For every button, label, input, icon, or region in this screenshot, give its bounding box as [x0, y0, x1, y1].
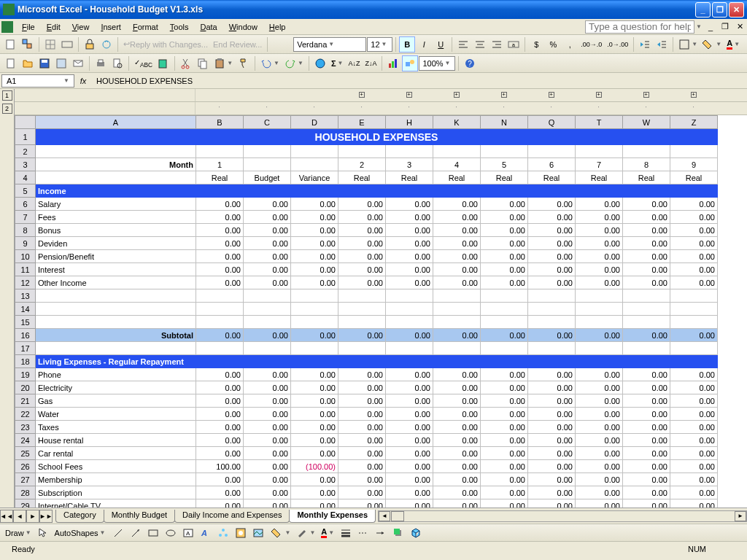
value-cell[interactable]: 0.00 — [623, 473, 670, 486]
name-box[interactable]: A1▼ — [1, 74, 74, 88]
email-button[interactable] — [70, 55, 86, 71]
value-cell[interactable]: 0.00 — [196, 263, 244, 276]
value-cell[interactable]: 0.00 — [576, 421, 623, 434]
value-cell[interactable]: 0.00 — [433, 381, 481, 394]
value-cell[interactable]: 0.00 — [576, 263, 623, 276]
value-cell[interactable]: 0.00 — [338, 408, 386, 421]
reply-changes-button[interactable]: ↩ Reply with Changes... — [121, 36, 210, 52]
value-cell[interactable]: 0.00 — [481, 211, 528, 224]
font-color-draw[interactable]: A▼ — [319, 525, 336, 541]
fill-color-draw[interactable]: ▼ — [269, 525, 293, 541]
cell[interactable] — [386, 342, 433, 355]
value-cell[interactable]: 0.00 — [244, 499, 291, 508]
cell[interactable] — [196, 316, 244, 329]
value-cell[interactable]: 0.00 — [576, 381, 623, 394]
cell[interactable] — [338, 342, 386, 355]
updates-button[interactable] — [98, 36, 115, 52]
item-label[interactable]: Car rental — [36, 447, 196, 460]
merge-center-button[interactable]: a — [506, 36, 522, 52]
value-cell[interactable]: 0.00 — [623, 224, 670, 237]
outline-level-1[interactable]: 1 — [2, 90, 12, 101]
item-label[interactable]: Taxes — [36, 421, 196, 434]
value-cell[interactable]: 0.00 — [433, 447, 481, 460]
value-cell[interactable]: 0.00 — [291, 263, 338, 276]
value-cell[interactable]: 0.00 — [528, 237, 576, 250]
sort-desc-button[interactable]: Z↓A — [363, 55, 379, 71]
value-cell[interactable]: 0.00 — [196, 381, 244, 394]
item-label[interactable]: Fees — [36, 211, 196, 224]
outline-expand-col[interactable]: + — [527, 89, 575, 101]
row-header-15[interactable]: 15 — [15, 316, 36, 329]
value-cell[interactable]: 0.00 — [244, 263, 291, 276]
value-cell[interactable]: 0.00 — [623, 250, 670, 263]
subheader-cell[interactable]: Budget — [244, 171, 291, 184]
cell[interactable] — [528, 145, 576, 158]
value-cell[interactable]: 0.00 — [670, 460, 718, 473]
value-cell[interactable]: 0.00 — [481, 499, 528, 508]
item-label[interactable]: Internet/Cable TV — [36, 499, 196, 508]
outline-expand-col[interactable]: + — [670, 89, 717, 101]
value-cell[interactable]: 0.00 — [433, 408, 481, 421]
line-color-draw[interactable]: ▼ — [294, 525, 317, 541]
currency-button[interactable]: $ — [528, 36, 544, 52]
hscroll-left-arrow[interactable]: ◄ — [379, 511, 390, 521]
dash-style-button[interactable] — [355, 525, 371, 541]
value-cell[interactable]: 0.00 — [291, 486, 338, 499]
value-cell[interactable]: 0.00 — [196, 421, 244, 434]
value-cell[interactable]: 0.00 — [528, 408, 576, 421]
value-cell[interactable]: 0.00 — [244, 198, 291, 211]
row-header-21[interactable]: 21 — [15, 394, 36, 408]
value-cell[interactable]: 0.00 — [196, 499, 244, 508]
close-button[interactable]: ✕ — [729, 2, 744, 18]
textbox-tool[interactable]: A — [180, 525, 196, 541]
value-cell[interactable]: 0.00 — [433, 263, 481, 276]
cell[interactable] — [244, 289, 291, 303]
cell[interactable] — [291, 342, 338, 355]
tab-nav-last[interactable]: ►► — [39, 510, 53, 523]
subheader-cell[interactable]: Real — [386, 171, 433, 184]
value-cell[interactable]: 0.00 — [670, 368, 718, 381]
doc-restore-button[interactable]: ❐ — [719, 21, 731, 33]
font-color-button[interactable]: A▼ — [724, 36, 742, 52]
value-cell[interactable]: 0.00 — [291, 276, 338, 289]
row-header-18[interactable]: 18 — [15, 355, 36, 368]
value-cell[interactable]: 0.00 — [670, 250, 718, 263]
value-cell[interactable]: 0.00 — [291, 499, 338, 508]
comma-button[interactable]: , — [562, 36, 578, 52]
maximize-button[interactable]: ❐ — [712, 2, 727, 18]
value-cell[interactable]: 0.00 — [244, 368, 291, 381]
value-cell[interactable]: 0.00 — [528, 394, 576, 408]
font-selector[interactable]: Verdana▼ — [293, 37, 366, 52]
value-cell[interactable]: 0.00 — [481, 434, 528, 447]
fx-icon[interactable]: fx — [74, 77, 92, 85]
sheet-tab-monthly-budget[interactable]: Monthly Budget — [104, 510, 175, 523]
cell[interactable] — [481, 145, 528, 158]
cell[interactable] — [338, 145, 386, 158]
3d-button[interactable] — [408, 525, 424, 541]
outline-expand-col[interactable]: + — [622, 89, 670, 101]
value-cell[interactable]: 0.00 — [244, 237, 291, 250]
value-cell[interactable]: 0.00 — [576, 368, 623, 381]
increase-indent-button[interactable] — [654, 36, 670, 52]
row-header-28[interactable]: 28 — [15, 486, 36, 499]
value-cell[interactable]: 0.00 — [196, 237, 244, 250]
menu-file[interactable]: File — [16, 21, 41, 33]
cell[interactable] — [36, 342, 196, 355]
value-cell[interactable]: 0.00 — [386, 237, 433, 250]
cell[interactable] — [36, 145, 196, 158]
row-header-7[interactable]: 7 — [15, 211, 36, 224]
hyperlink-button[interactable] — [312, 55, 328, 71]
cell[interactable] — [386, 145, 433, 158]
item-label[interactable]: Pension/Benefit — [36, 250, 196, 263]
value-cell[interactable]: 0.00 — [481, 473, 528, 486]
value-cell[interactable]: 0.00 — [670, 237, 718, 250]
section-header-span[interactable] — [196, 184, 718, 198]
draw-menu[interactable]: Draw▼ — [3, 525, 34, 541]
value-cell[interactable]: 0.00 — [291, 381, 338, 394]
value-cell[interactable]: 0.00 — [481, 447, 528, 460]
value-cell[interactable]: 0.00 — [244, 473, 291, 486]
cell[interactable] — [576, 303, 623, 316]
value-cell[interactable]: 0.00 — [576, 486, 623, 499]
value-cell[interactable]: 0.00 — [386, 276, 433, 289]
value-cell[interactable]: 0.00 — [623, 460, 670, 473]
